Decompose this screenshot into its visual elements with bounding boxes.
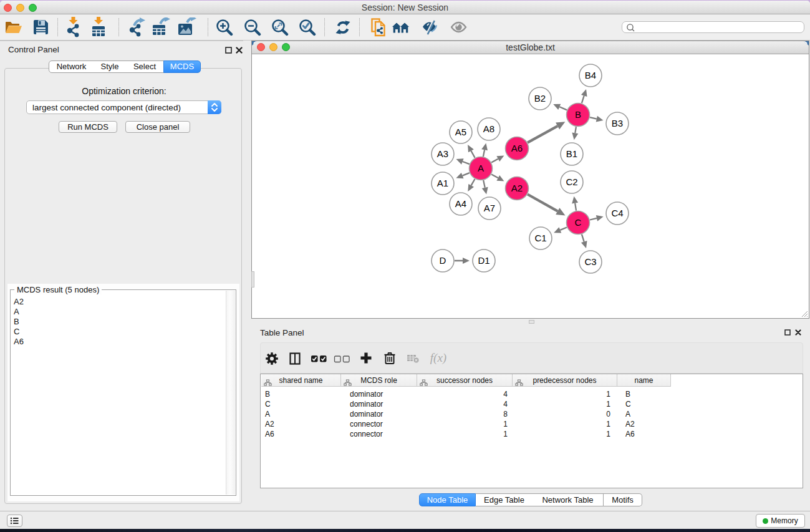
svg-text:B2: B2 [534,93,546,104]
svg-text:B3: B3 [612,118,623,128]
svg-text:A1: A1 [437,178,448,188]
svg-text:B: B [575,109,581,120]
svg-text:C1: C1 [534,233,546,243]
svg-text:A4: A4 [455,198,466,209]
svg-text:A3: A3 [437,148,448,159]
svg-text:B1: B1 [566,148,577,159]
svg-text:A7: A7 [484,203,495,213]
svg-text:D1: D1 [478,255,489,266]
svg-text:C3: C3 [584,256,596,267]
svg-text:A: A [478,163,484,173]
svg-text:D: D [440,255,446,266]
svg-text:C: C [575,217,582,228]
svg-text:A8: A8 [483,123,494,134]
svg-text:A5: A5 [455,127,466,137]
svg-text:A6: A6 [511,143,523,153]
svg-text:B4: B4 [585,70,596,80]
svg-text:A2: A2 [511,183,523,193]
svg-text:C2: C2 [566,177,577,187]
svg-text:C4: C4 [611,208,623,218]
